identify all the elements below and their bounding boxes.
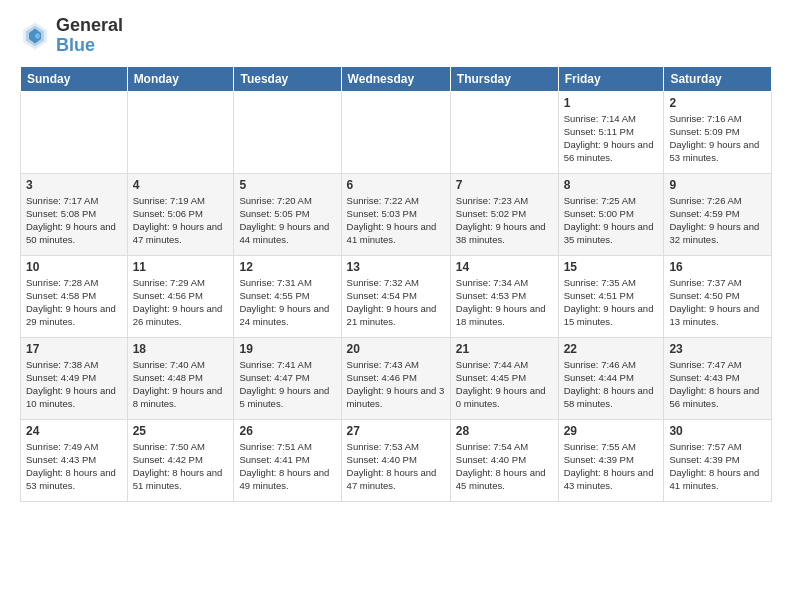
day-number: 21 [456, 342, 553, 356]
day-number: 7 [456, 178, 553, 192]
day-number: 1 [564, 96, 659, 110]
day-info: Sunrise: 7:37 AM Sunset: 4:50 PM Dayligh… [669, 276, 766, 329]
week-row-3: 10Sunrise: 7:28 AM Sunset: 4:58 PM Dayli… [21, 255, 772, 337]
day-number: 3 [26, 178, 122, 192]
calendar-cell: 17Sunrise: 7:38 AM Sunset: 4:49 PM Dayli… [21, 337, 128, 419]
day-number: 13 [347, 260, 445, 274]
day-number: 28 [456, 424, 553, 438]
day-info: Sunrise: 7:31 AM Sunset: 4:55 PM Dayligh… [239, 276, 335, 329]
calendar-cell: 20Sunrise: 7:43 AM Sunset: 4:46 PM Dayli… [341, 337, 450, 419]
calendar-cell: 4Sunrise: 7:19 AM Sunset: 5:06 PM Daylig… [127, 173, 234, 255]
day-number: 23 [669, 342, 766, 356]
weekday-header-tuesday: Tuesday [234, 66, 341, 91]
day-info: Sunrise: 7:17 AM Sunset: 5:08 PM Dayligh… [26, 194, 122, 247]
calendar-cell: 7Sunrise: 7:23 AM Sunset: 5:02 PM Daylig… [450, 173, 558, 255]
day-number: 2 [669, 96, 766, 110]
day-info: Sunrise: 7:34 AM Sunset: 4:53 PM Dayligh… [456, 276, 553, 329]
day-number: 30 [669, 424, 766, 438]
calendar-cell: 24Sunrise: 7:49 AM Sunset: 4:43 PM Dayli… [21, 419, 128, 501]
calendar-cell: 30Sunrise: 7:57 AM Sunset: 4:39 PM Dayli… [664, 419, 772, 501]
day-number: 26 [239, 424, 335, 438]
day-number: 10 [26, 260, 122, 274]
day-info: Sunrise: 7:46 AM Sunset: 4:44 PM Dayligh… [564, 358, 659, 411]
day-info: Sunrise: 7:25 AM Sunset: 5:00 PM Dayligh… [564, 194, 659, 247]
logo-line2: Blue [56, 36, 123, 56]
calendar-cell: 14Sunrise: 7:34 AM Sunset: 4:53 PM Dayli… [450, 255, 558, 337]
calendar-cell [127, 91, 234, 173]
day-number: 22 [564, 342, 659, 356]
logo-line1: General [56, 16, 123, 36]
calendar-cell [341, 91, 450, 173]
weekday-header-row: SundayMondayTuesdayWednesdayThursdayFrid… [21, 66, 772, 91]
day-info: Sunrise: 7:19 AM Sunset: 5:06 PM Dayligh… [133, 194, 229, 247]
calendar-cell: 8Sunrise: 7:25 AM Sunset: 5:00 PM Daylig… [558, 173, 664, 255]
calendar-cell: 29Sunrise: 7:55 AM Sunset: 4:39 PM Dayli… [558, 419, 664, 501]
day-info: Sunrise: 7:40 AM Sunset: 4:48 PM Dayligh… [133, 358, 229, 411]
logo-text: General Blue [56, 16, 123, 56]
calendar-cell: 28Sunrise: 7:54 AM Sunset: 4:40 PM Dayli… [450, 419, 558, 501]
day-number: 4 [133, 178, 229, 192]
day-info: Sunrise: 7:38 AM Sunset: 4:49 PM Dayligh… [26, 358, 122, 411]
day-info: Sunrise: 7:23 AM Sunset: 5:02 PM Dayligh… [456, 194, 553, 247]
day-number: 20 [347, 342, 445, 356]
calendar-table: SundayMondayTuesdayWednesdayThursdayFrid… [20, 66, 772, 502]
day-number: 29 [564, 424, 659, 438]
weekday-header-friday: Friday [558, 66, 664, 91]
logo: General Blue [20, 16, 123, 56]
calendar-cell: 15Sunrise: 7:35 AM Sunset: 4:51 PM Dayli… [558, 255, 664, 337]
day-info: Sunrise: 7:41 AM Sunset: 4:47 PM Dayligh… [239, 358, 335, 411]
calendar-cell: 23Sunrise: 7:47 AM Sunset: 4:43 PM Dayli… [664, 337, 772, 419]
calendar-cell [21, 91, 128, 173]
week-row-5: 24Sunrise: 7:49 AM Sunset: 4:43 PM Dayli… [21, 419, 772, 501]
calendar-cell: 11Sunrise: 7:29 AM Sunset: 4:56 PM Dayli… [127, 255, 234, 337]
weekday-header-wednesday: Wednesday [341, 66, 450, 91]
weekday-header-monday: Monday [127, 66, 234, 91]
day-number: 6 [347, 178, 445, 192]
calendar-cell: 18Sunrise: 7:40 AM Sunset: 4:48 PM Dayli… [127, 337, 234, 419]
day-number: 14 [456, 260, 553, 274]
day-number: 17 [26, 342, 122, 356]
day-info: Sunrise: 7:29 AM Sunset: 4:56 PM Dayligh… [133, 276, 229, 329]
day-number: 9 [669, 178, 766, 192]
day-info: Sunrise: 7:43 AM Sunset: 4:46 PM Dayligh… [347, 358, 445, 411]
day-number: 18 [133, 342, 229, 356]
logo-icon [20, 21, 50, 51]
calendar-cell: 12Sunrise: 7:31 AM Sunset: 4:55 PM Dayli… [234, 255, 341, 337]
day-info: Sunrise: 7:26 AM Sunset: 4:59 PM Dayligh… [669, 194, 766, 247]
day-number: 5 [239, 178, 335, 192]
calendar-cell: 9Sunrise: 7:26 AM Sunset: 4:59 PM Daylig… [664, 173, 772, 255]
week-row-2: 3Sunrise: 7:17 AM Sunset: 5:08 PM Daylig… [21, 173, 772, 255]
day-info: Sunrise: 7:54 AM Sunset: 4:40 PM Dayligh… [456, 440, 553, 493]
day-number: 27 [347, 424, 445, 438]
day-info: Sunrise: 7:22 AM Sunset: 5:03 PM Dayligh… [347, 194, 445, 247]
day-number: 24 [26, 424, 122, 438]
day-info: Sunrise: 7:51 AM Sunset: 4:41 PM Dayligh… [239, 440, 335, 493]
calendar-cell [234, 91, 341, 173]
week-row-1: 1Sunrise: 7:14 AM Sunset: 5:11 PM Daylig… [21, 91, 772, 173]
calendar-cell: 13Sunrise: 7:32 AM Sunset: 4:54 PM Dayli… [341, 255, 450, 337]
day-info: Sunrise: 7:20 AM Sunset: 5:05 PM Dayligh… [239, 194, 335, 247]
calendar-cell: 10Sunrise: 7:28 AM Sunset: 4:58 PM Dayli… [21, 255, 128, 337]
calendar-cell: 3Sunrise: 7:17 AM Sunset: 5:08 PM Daylig… [21, 173, 128, 255]
day-info: Sunrise: 7:14 AM Sunset: 5:11 PM Dayligh… [564, 112, 659, 165]
day-info: Sunrise: 7:16 AM Sunset: 5:09 PM Dayligh… [669, 112, 766, 165]
day-number: 16 [669, 260, 766, 274]
day-number: 11 [133, 260, 229, 274]
day-info: Sunrise: 7:50 AM Sunset: 4:42 PM Dayligh… [133, 440, 229, 493]
day-number: 25 [133, 424, 229, 438]
header: General Blue [20, 16, 772, 56]
day-number: 15 [564, 260, 659, 274]
day-info: Sunrise: 7:28 AM Sunset: 4:58 PM Dayligh… [26, 276, 122, 329]
day-info: Sunrise: 7:47 AM Sunset: 4:43 PM Dayligh… [669, 358, 766, 411]
day-info: Sunrise: 7:55 AM Sunset: 4:39 PM Dayligh… [564, 440, 659, 493]
calendar-cell: 1Sunrise: 7:14 AM Sunset: 5:11 PM Daylig… [558, 91, 664, 173]
calendar-cell: 26Sunrise: 7:51 AM Sunset: 4:41 PM Dayli… [234, 419, 341, 501]
calendar-cell: 25Sunrise: 7:50 AM Sunset: 4:42 PM Dayli… [127, 419, 234, 501]
calendar-cell: 6Sunrise: 7:22 AM Sunset: 5:03 PM Daylig… [341, 173, 450, 255]
calendar-cell: 5Sunrise: 7:20 AM Sunset: 5:05 PM Daylig… [234, 173, 341, 255]
calendar-cell: 19Sunrise: 7:41 AM Sunset: 4:47 PM Dayli… [234, 337, 341, 419]
day-info: Sunrise: 7:32 AM Sunset: 4:54 PM Dayligh… [347, 276, 445, 329]
weekday-header-thursday: Thursday [450, 66, 558, 91]
calendar-cell: 22Sunrise: 7:46 AM Sunset: 4:44 PM Dayli… [558, 337, 664, 419]
day-number: 12 [239, 260, 335, 274]
